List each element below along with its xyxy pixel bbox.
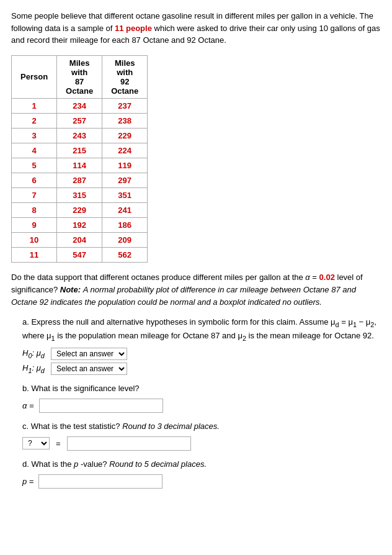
cell-person: 2: [12, 113, 57, 128]
cell-person: 5: [12, 158, 57, 173]
h0-select[interactable]: Select an answer = 0 ≠ 0 < 0 > 0 ≤ 0 ≥ 0: [51, 348, 127, 360]
alpha-label-b: α =: [22, 401, 34, 410]
cell-person: 11: [12, 247, 57, 262]
cell-92: 209: [102, 232, 148, 247]
cell-92: 237: [102, 98, 148, 113]
cell-person: 10: [12, 232, 57, 247]
part-a-text: a. Express the null and alternative hypo…: [22, 316, 381, 344]
table-row: 4 215 224: [12, 143, 148, 158]
col-header-person: Person: [12, 55, 57, 98]
cell-92: 186: [102, 217, 148, 232]
cell-person: 8: [12, 202, 57, 217]
h1-label: H1: μd: [22, 363, 47, 374]
intro-paragraph: Some people believe that different octan…: [11, 10, 381, 47]
h0-label: H0: μd: [22, 348, 47, 359]
cell-92: 224: [102, 143, 148, 158]
cell-87: 243: [57, 128, 102, 143]
table-row: 8 229 241: [12, 202, 148, 217]
table-row: 9 192 186: [12, 217, 148, 232]
cell-87: 215: [57, 143, 102, 158]
table-row: 7 315 351: [12, 187, 148, 202]
h0-line: H0: μd Select an answer = 0 ≠ 0 < 0 > 0 …: [22, 348, 381, 360]
table-row: 5 114 119: [12, 158, 148, 173]
part-d-text: d. What is the p -value? Round to 5 deci…: [22, 458, 381, 471]
part-b-text: b. What is the significance level?: [22, 382, 381, 395]
p-value-input[interactable]: [38, 474, 163, 489]
cell-87: 234: [57, 98, 102, 113]
table-row: 2 257 238: [12, 113, 148, 128]
table-row: 10 204 209: [12, 232, 148, 247]
cell-92: 562: [102, 247, 148, 262]
h1-select[interactable]: Select an answer = 0 ≠ 0 < 0 > 0 ≤ 0 ≥ 0: [51, 363, 127, 375]
cell-87: 257: [57, 113, 102, 128]
cell-87: 287: [57, 173, 102, 187]
cell-person: 9: [12, 217, 57, 232]
part-c-italic: Round to 3 decimal places.: [122, 422, 220, 431]
test-stat-type-select[interactable]: ? t z χ² F: [22, 437, 50, 449]
cell-87: 547: [57, 247, 102, 262]
cell-92: 119: [102, 158, 148, 173]
eq-sign-c: =: [56, 439, 61, 448]
cell-person: 4: [12, 143, 57, 158]
cell-87: 114: [57, 158, 102, 173]
h1-line: H1: μd Select an answer = 0 ≠ 0 < 0 > 0 …: [22, 363, 381, 375]
cell-92: 297: [102, 173, 148, 187]
cell-person: 6: [12, 173, 57, 187]
part-c: c. What is the test statistic? Round to …: [22, 420, 381, 451]
highlight-11-people: 11 people: [115, 24, 152, 33]
table-row: 1 234 237: [12, 98, 148, 113]
col-header-92: Mileswith92Octane: [102, 55, 148, 98]
alpha-value: 0.02: [319, 273, 335, 282]
cell-92: 351: [102, 187, 148, 202]
table-row: 6 287 297: [12, 173, 148, 187]
cell-person: 7: [12, 187, 57, 202]
part-d: d. What is the p -value? Round to 5 deci…: [22, 458, 381, 489]
part-b: b. What is the significance level? α =: [22, 382, 381, 413]
part-b-input-line: α =: [22, 399, 381, 413]
part-c-text: c. What is the test statistic? Round to …: [22, 420, 381, 433]
table-row: 11 547 562: [12, 247, 148, 262]
p-italic: p: [74, 459, 78, 469]
cell-87: 229: [57, 202, 102, 217]
table-row: 3 243 229: [12, 128, 148, 143]
cell-person: 1: [12, 98, 57, 113]
part-a: a. Express the null and alternative hypo…: [22, 316, 381, 375]
part-c-input-line: ? t z χ² F =: [22, 436, 381, 451]
data-table: Person Mileswith87Octane Mileswith92Octa…: [11, 55, 148, 263]
main-question: Do the data support that different octan…: [11, 271, 381, 309]
p-label-d: p =: [22, 477, 33, 486]
test-stat-input[interactable]: [67, 436, 191, 451]
part-d-italic: Round to 5 decimal places.: [109, 459, 207, 469]
cell-92: 229: [102, 128, 148, 143]
cell-87: 204: [57, 232, 102, 247]
alpha-input[interactable]: [39, 399, 163, 413]
cell-92: 238: [102, 113, 148, 128]
cell-87: 192: [57, 217, 102, 232]
cell-87: 315: [57, 187, 102, 202]
alpha-label: α: [305, 273, 310, 282]
cell-person: 3: [12, 128, 57, 143]
col-header-87: Mileswith87Octane: [57, 55, 102, 98]
note-label: Note:: [60, 285, 81, 294]
part-d-input-line: p =: [22, 474, 381, 489]
cell-92: 241: [102, 202, 148, 217]
